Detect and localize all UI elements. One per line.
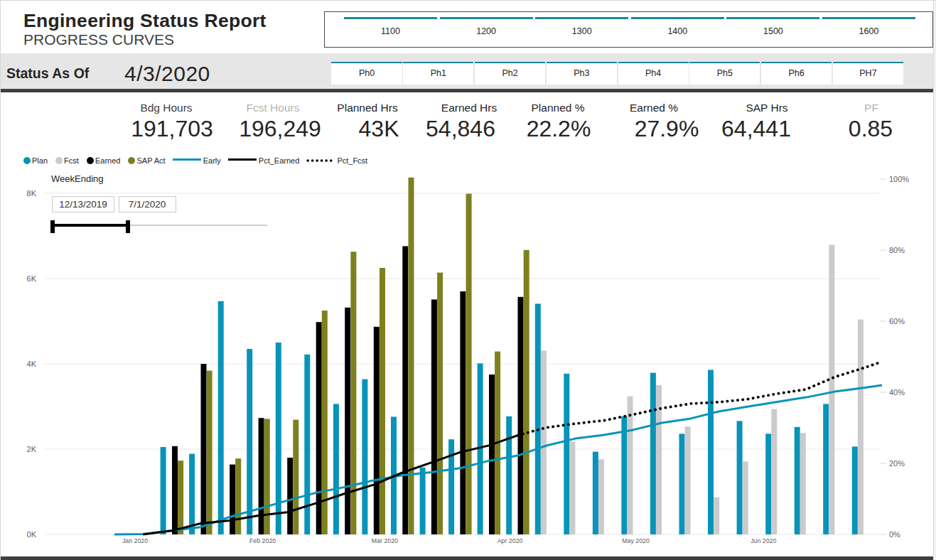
svg-text:100%: 100% bbox=[889, 175, 909, 183]
svg-text:2K: 2K bbox=[27, 445, 37, 453]
svg-text:40%: 40% bbox=[889, 388, 905, 397]
svg-text:60%: 60% bbox=[889, 317, 905, 325]
svg-text:0K: 0K bbox=[27, 530, 37, 539]
svg-text:20%: 20% bbox=[889, 459, 905, 468]
svg-text:Apr 2020: Apr 2020 bbox=[497, 537, 523, 544]
svg-text:6K: 6K bbox=[27, 274, 37, 283]
svg-text:0%: 0% bbox=[889, 530, 900, 539]
svg-text:Feb 2020: Feb 2020 bbox=[249, 537, 276, 544]
svg-text:Mar 2020: Mar 2020 bbox=[372, 537, 398, 544]
svg-text:May 2020: May 2020 bbox=[622, 537, 650, 544]
svg-text:4K: 4K bbox=[27, 360, 37, 368]
svg-text:Jun 2020: Jun 2020 bbox=[751, 537, 776, 544]
svg-text:8K: 8K bbox=[27, 189, 37, 198]
svg-text:80%: 80% bbox=[889, 246, 905, 254]
svg-text:Jan 2020: Jan 2020 bbox=[122, 537, 148, 544]
